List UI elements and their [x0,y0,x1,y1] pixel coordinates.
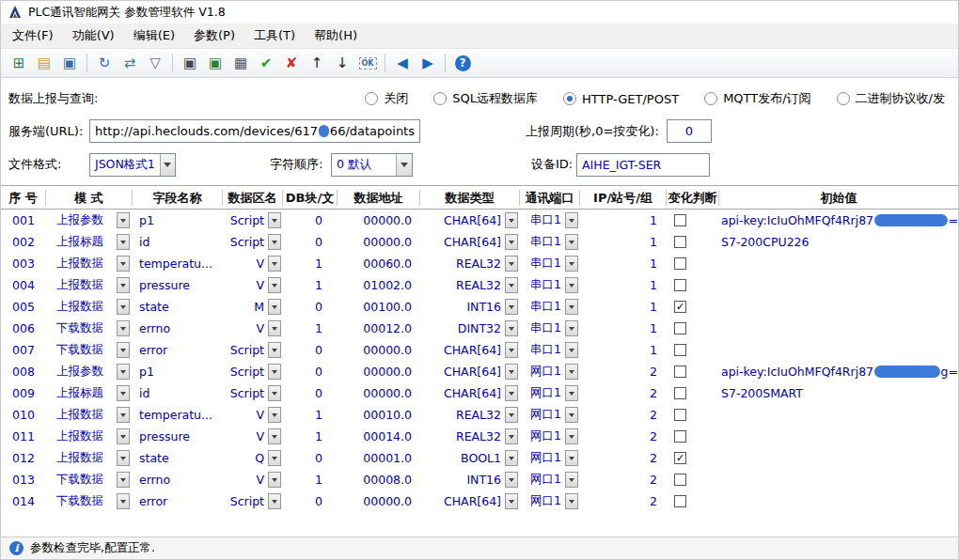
refresh-icon[interactable]: ↻ [93,52,116,74]
data-area-dropdown-button[interactable] [268,385,281,401]
comm-port-dropdown-button[interactable] [565,342,578,358]
comm-port-dropdown-button[interactable] [565,364,578,380]
data-area-dropdown-button[interactable] [268,472,281,488]
cell-field-name[interactable]: pressure [133,274,223,296]
cell-data-address[interactable]: 00000.0 [338,361,420,382]
cell-station[interactable]: 1 [580,253,667,274]
cell-data-address[interactable]: 00010.0 [338,404,420,426]
data-type-dropdown-button[interactable] [505,428,518,444]
cell-station[interactable]: 2 [580,426,667,447]
mode-dropdown-button[interactable] [117,320,130,336]
file-format-dropdown-button[interactable] [160,154,175,176]
mode-dropdown-button[interactable] [117,364,130,380]
change-checkbox[interactable] [674,387,686,399]
cell-db-block[interactable]: 0 [283,447,338,469]
cancel-icon[interactable]: ✘ [280,52,303,74]
cell-db-block[interactable]: 1 [283,426,338,447]
cell-field-name[interactable]: temperatu... [133,404,223,426]
cell-init-value[interactable] [719,426,958,447]
radio-option-binary[interactable]: 二进制协议收/发 [837,90,945,107]
radio-option-mqtt[interactable]: MQTT发布/订阅 [704,90,810,107]
mode-dropdown-button[interactable] [117,234,130,250]
radio-option-http[interactable]: HTTP-GET/POST [563,92,679,106]
cell-field-name[interactable]: id [133,231,223,253]
cell-db-block[interactable]: 1 [283,469,338,490]
column-header-9[interactable]: 变化判断 [667,190,719,206]
filter-download-icon[interactable]: ▽ [144,52,166,74]
grid-connect-icon[interactable]: ⊞ [8,52,30,74]
help-icon[interactable]: ? [451,52,474,74]
cell-data-address[interactable]: 00100.0 [338,296,420,318]
data-type-dropdown-button[interactable] [505,277,518,293]
cell-station[interactable]: 1 [580,274,667,296]
cell-data-address[interactable]: 00000.0 [338,490,420,512]
data-area-dropdown-button[interactable] [268,342,281,358]
mode-dropdown-button[interactable] [117,472,130,488]
cell-field-name[interactable]: p1 [133,210,223,231]
cell-db-block[interactable]: 1 [283,253,338,274]
menu-item-file[interactable]: 文件(F) [3,23,63,48]
data-area-dropdown-button[interactable] [268,212,281,228]
column-header-5[interactable]: 数据地址 [338,190,420,206]
cell-data-address[interactable]: 00000.0 [338,210,420,231]
data-type-dropdown-button[interactable] [505,364,518,380]
server-url-input[interactable]: http://api.heclouds.com/devices/617 66/d… [89,119,420,143]
change-checkbox[interactable] [674,495,686,507]
data-area-dropdown-button[interactable] [268,407,281,423]
cell-init-value[interactable]: api-key:IcIuOhMFQf4Rrj87g= [719,361,958,382]
column-header-1[interactable]: 模 式 [46,190,133,206]
cell-db-block[interactable]: 0 [283,210,338,231]
monitor-icon[interactable]: ▣ [179,52,201,74]
check-icon[interactable]: ✔ [255,52,277,74]
cell-db-block[interactable]: 0 [283,382,338,404]
column-header-3[interactable]: 数据区名 [223,190,283,206]
data-type-dropdown-button[interactable] [505,493,518,509]
data-type-dropdown-button[interactable] [505,234,518,250]
comm-port-dropdown-button[interactable] [565,299,578,315]
column-header-0[interactable]: 序 号 [1,190,46,206]
data-area-dropdown-button[interactable] [268,320,281,336]
mode-dropdown-button[interactable] [117,450,130,466]
cell-db-block[interactable]: 0 [283,296,338,318]
cell-station[interactable]: 1 [580,210,667,231]
mode-dropdown-button[interactable] [117,493,130,509]
cell-field-name[interactable]: errno [133,469,223,490]
mode-dropdown-button[interactable] [117,299,130,315]
cell-init-value[interactable] [719,253,958,274]
change-checkbox[interactable] [674,344,686,356]
char-order-combo[interactable]: 0 默认 [331,153,413,177]
data-area-dropdown-button[interactable] [268,428,281,444]
cell-db-block[interactable]: 1 [283,318,338,339]
cell-data-address[interactable]: 00012.0 [338,318,420,339]
device-id-input[interactable]: AIHE_IGT-SER [576,153,710,177]
comm-port-dropdown-button[interactable] [565,428,578,444]
comm-port-dropdown-button[interactable] [565,212,578,228]
cell-db-block[interactable]: 0 [283,490,338,512]
comm-port-dropdown-button[interactable] [565,320,578,336]
cell-init-value[interactable] [719,469,958,490]
cell-data-address[interactable]: 00001.0 [338,447,420,469]
column-header-7[interactable]: 通讯端口 [520,190,580,206]
column-header-8[interactable]: IP/站号/组 [580,190,667,206]
cell-data-address[interactable]: 00000.0 [338,382,420,404]
menu-item-edit[interactable]: 编辑(E) [124,23,184,48]
menu-item-tools[interactable]: 工具(T) [244,23,305,48]
cell-station[interactable]: 1 [580,296,667,318]
data-type-dropdown-button[interactable] [505,385,518,401]
change-checkbox[interactable] [674,257,686,270]
cell-data-address[interactable]: 00000.0 [338,339,420,361]
change-checkbox[interactable]: ✓ [674,301,686,313]
cell-field-name[interactable]: state [133,296,223,318]
data-area-dropdown-button[interactable] [268,299,281,315]
change-checkbox[interactable] [674,279,686,291]
data-type-dropdown-button[interactable] [505,472,518,488]
cell-db-block[interactable]: 1 [283,404,338,426]
change-checkbox[interactable] [674,430,686,443]
data-area-dropdown-button[interactable] [268,450,281,466]
char-order-dropdown-button[interactable] [396,154,412,176]
move-up-icon[interactable]: ↑ [306,52,328,74]
radio-option-sql[interactable]: SQL远程数据库 [433,90,538,107]
data-type-dropdown-button[interactable] [505,342,518,358]
cell-db-block[interactable]: 0 [283,339,338,361]
change-checkbox[interactable]: ✓ [674,452,686,464]
